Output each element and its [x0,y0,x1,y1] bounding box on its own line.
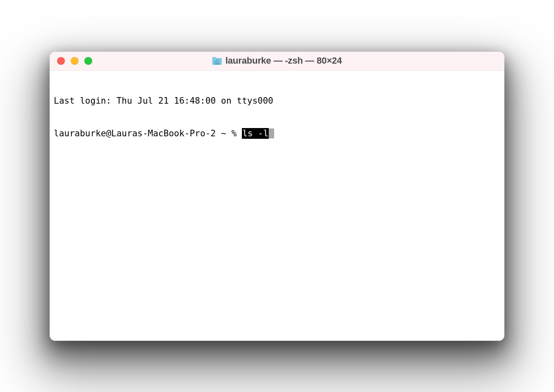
home-folder-icon [212,57,222,65]
terminal-window: lauraburke — -zsh — 80×24 Last login: Th… [50,52,504,341]
shell-prompt: lauraburke@Lauras-MacBook-Pro-2 ~ % [54,128,242,139]
svg-rect-0 [217,62,218,64]
zoom-button[interactable] [84,57,92,65]
window-title: lauraburke — -zsh — 80×24 [225,55,342,66]
login-message: Last login: Thu Jul 21 16:48:00 on ttys0… [54,95,500,106]
traffic-lights [50,57,92,65]
terminal-body[interactable]: Last login: Thu Jul 21 16:48:00 on ttys0… [50,71,504,341]
minimize-button[interactable] [71,57,79,65]
close-button[interactable] [57,57,65,65]
title-bar[interactable]: lauraburke — -zsh — 80×24 [50,52,504,71]
typed-command: ls -l [242,128,269,139]
prompt-line[interactable]: lauraburke@Lauras-MacBook-Pro-2 ~ % ls -… [54,128,500,139]
cursor-icon [269,128,274,138]
title-center: lauraburke — -zsh — 80×24 [50,55,504,66]
